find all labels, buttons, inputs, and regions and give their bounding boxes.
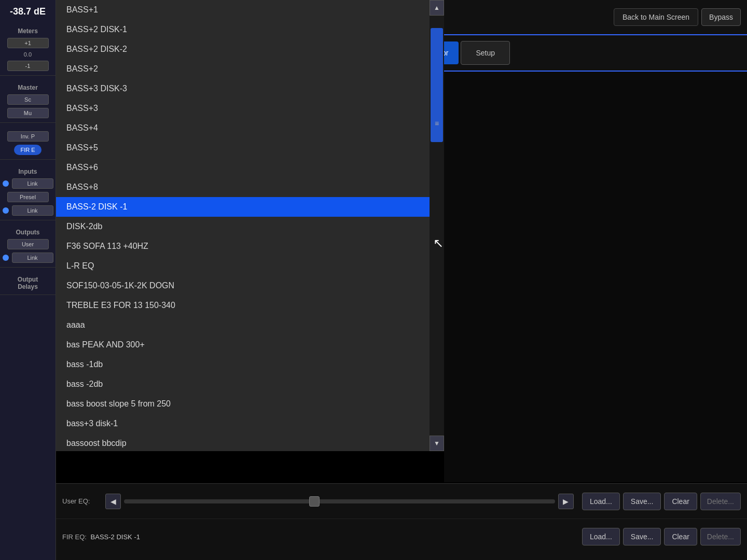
fir-eq-clear-btn[interactable]: Clear [664,528,697,545]
scroll-area: ≡ [430,16,444,436]
dropdown-item[interactable]: BASS+1 [56,0,430,20]
user-eq-save-btn[interactable]: Save... [623,493,661,510]
user-eq-load-btn[interactable]: Load... [582,493,620,510]
value-display: 0.0 [24,51,32,58]
link-indicator-3 [3,255,9,261]
fir-eq-load-btn[interactable]: Load... [582,528,620,545]
link-indicator-1 [3,180,9,187]
fir-eq-btn[interactable]: FIR E [14,145,41,155]
dropdown-list: BASS+1BASS+2 DISK-1BASS+2 DISK-2BASS+2BA… [56,0,430,451]
user-eq-row: User EQ: ◀ ▶ Load... Save... Clear Delet… [56,484,747,519]
bottom-controls: User EQ: ◀ ▶ Load... Save... Clear Delet… [56,483,747,560]
link-btn-2[interactable]: Link [12,205,53,216]
dropdown-item[interactable]: aaaa [56,315,430,335]
link-row-2: Link [3,205,53,216]
dropdown-item[interactable]: bass+3 disk-1 [56,414,430,433]
fir-eq-value: BASS-2 DISK -1 [91,533,140,541]
meters-label: Meters [18,27,38,35]
user-eq-next-btn[interactable]: ▶ [558,494,574,509]
dropdown-item[interactable]: BASS+3 [56,99,430,118]
fir-eq-row: FIR EQ: BASS-2 DISK -1 Load... Save... C… [56,519,747,554]
decrement-btn[interactable]: -1 [7,61,49,71]
inv-p-section: Inv. P FIR E [0,127,56,160]
setup-tab[interactable]: Setup [461,41,510,65]
scroll-down-btn[interactable]: ▼ [430,436,444,451]
dropdown-item[interactable]: SOF150-03-05-1K-2K DOGN [56,276,430,296]
output-delays-label: Output Delays [18,276,38,290]
dropdown-item[interactable]: DISK-2db [56,217,430,236]
dropdown-item[interactable]: F36 SOFA 113 +40HZ [56,236,430,256]
user-eq-clear-btn[interactable]: Clear [664,493,697,510]
user-btn[interactable]: User [7,239,49,249]
link-row-3: Link [3,253,53,263]
dropdown-item[interactable]: L-R EQ [56,256,430,276]
inputs-section: Inputs Link Presel Link [0,164,56,220]
right-panel-header: or Setup [430,35,747,72]
user-eq-label: User EQ: [62,497,101,505]
dropdown-item[interactable]: BASS+2 [56,59,430,79]
output-delays-section: Output Delays [0,272,56,295]
user-eq-slider-track[interactable] [124,499,555,503]
dropdown-item[interactable]: bass -1db [56,355,430,374]
left-sidebar: -38.7 dE Meters +1 0.0 -1 Master Sc Mu I… [0,0,56,560]
user-eq-slider-thumb[interactable] [309,496,320,507]
user-eq-delete-btn[interactable]: Delete... [700,493,741,510]
user-eq-action-btns: Load... Save... Clear Delete... [582,493,741,510]
master-section: Master Sc Mu [0,80,56,123]
scroll-mid-indicator: ≡ [430,119,444,128]
link-btn-1[interactable]: Link [12,178,53,189]
user-eq-slider-area: ◀ ▶ [105,494,574,509]
dropdown-item[interactable]: bas PEAK AND 300+ [56,335,430,355]
outputs-section: Outputs User Link [0,225,56,268]
dropdown-item[interactable]: TREBLE E3 FOR 13 150-340 [56,296,430,315]
dropdown-item[interactable]: bass boost slope 5 from 250 [56,394,430,414]
dropdown-item[interactable]: bassoost bbcdip [56,433,430,451]
outputs-label: Outputs [16,229,40,236]
dropdown-item[interactable]: BASS+4 [56,118,430,138]
scroll-up-btn[interactable]: ▲ [430,0,444,16]
dropdown-item[interactable]: bass -2db [56,374,430,394]
meters-section: Meters +1 0.0 -1 [0,23,56,76]
dropdown-item[interactable]: BASS+2 DISK-1 [56,20,430,39]
dropdown-item[interactable]: BASS+3 DISK-3 [56,79,430,99]
scroll-track: ▲ ≡ ▼ [430,0,444,451]
user-eq-prev-btn[interactable]: ◀ [105,494,121,509]
scroll-btn[interactable]: Sc [7,94,49,105]
fir-eq-delete-btn[interactable]: Delete... [700,528,741,545]
back-to-main-button[interactable]: Back to Main Screen [614,8,698,26]
dropdown-item[interactable]: BASS+8 [56,177,430,197]
dropdown-item[interactable]: BASS+6 [56,158,430,177]
fir-eq-action-btns: Load... Save... Clear Delete... [582,528,741,545]
master-label: Master [18,84,38,91]
dropdown-item[interactable]: BASS+5 [56,138,430,158]
inv-p-btn[interactable]: Inv. P [7,131,49,142]
dropdown-item[interactable]: BASS+2 DISK-2 [56,39,430,59]
fir-eq-label: FIR EQ: BASS-2 DISK -1 [62,533,140,541]
dropdown-item[interactable]: BASS-2 DISK -1 [56,197,430,217]
inputs-label: Inputs [19,168,37,175]
right-panel-content [444,72,747,482]
link-row-1: Link [3,178,53,189]
mu-btn[interactable]: Mu [7,108,49,118]
fir-eq-save-btn[interactable]: Save... [623,528,661,545]
bypass-button[interactable]: Bypass [701,8,741,26]
increment-btn[interactable]: +1 [7,38,49,48]
link-indicator-2 [3,207,9,214]
link-btn-3[interactable]: Link [12,253,53,263]
preset-btn[interactable]: Presel [7,192,49,202]
level-display: -38.7 dE [10,6,46,17]
